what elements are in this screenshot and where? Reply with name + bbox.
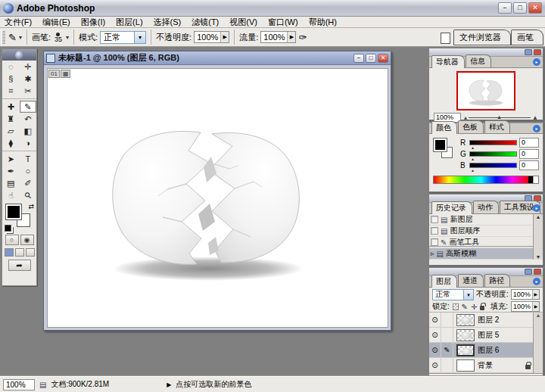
layer-thumbnail[interactable] — [456, 314, 475, 326]
channel-g-value[interactable]: 0 — [519, 149, 539, 159]
layers-scrollbar[interactable]: ▲ — [533, 313, 543, 373]
menu-edit[interactable]: 编辑(E) — [42, 17, 70, 28]
layers-opacity-field[interactable]: 100% ▶ — [511, 289, 540, 300]
status-doc-info[interactable]: 文档:900K/2.81M — [51, 379, 109, 390]
airbrush-icon[interactable]: ✑ — [298, 32, 307, 43]
default-colors-icon[interactable] — [5, 225, 11, 232]
layer-name[interactable]: 背景 — [478, 360, 525, 371]
history-source-well[interactable] — [431, 238, 438, 246]
history-scrollbar[interactable]: ▲ ▼ — [533, 214, 543, 260]
brush-tool-icon[interactable]: ✎ — [8, 32, 17, 43]
tab-layers[interactable]: 图层 — [431, 275, 457, 288]
menu-file[interactable]: 文件(F) — [5, 17, 32, 28]
tab-color[interactable]: 颜色 — [431, 121, 457, 134]
tab-brushes[interactable]: 画笔 — [511, 30, 543, 45]
lock-paint-icon[interactable]: ✎ — [462, 303, 468, 311]
menu-filter[interactable]: 滤镜(T) — [192, 17, 219, 28]
standard-screen-button[interactable] — [5, 248, 14, 257]
navigator-minimize-button[interactable] — [525, 49, 532, 55]
history-item-selected[interactable]: ▹ ▤ 高斯模糊 — [429, 248, 533, 260]
magic-wand-tool[interactable]: ✱ — [20, 73, 37, 85]
tab-file-browser[interactable]: 文件浏览器 — [453, 30, 511, 45]
fill-arrow[interactable]: ▶ — [532, 302, 539, 311]
swap-colors-icon[interactable]: ⇄ — [28, 203, 34, 210]
zoom-in-icon[interactable]: ▲ — [532, 114, 538, 121]
notes-tool[interactable]: ▤ — [2, 177, 20, 189]
document-titlebar[interactable]: 未标题-1 @ 100% (图层 6, RGB) − □ ✕ — [44, 51, 391, 65]
menu-help[interactable]: 帮助(H) — [309, 17, 337, 28]
clone-stamp-tool[interactable]: ♜ — [2, 113, 20, 125]
history-source-well[interactable] — [431, 216, 438, 223]
doc-close-button[interactable]: ✕ — [378, 54, 388, 63]
brush-picker-arrow[interactable]: ▾ — [66, 34, 69, 41]
standard-mode-button[interactable]: ○ — [5, 235, 19, 245]
crop-tool[interactable]: ⌗ — [2, 85, 20, 97]
link-column[interactable] — [441, 313, 453, 327]
history-brush-tool[interactable]: ↶ — [20, 113, 37, 125]
marquee-tool[interactable]: ◌ — [2, 61, 20, 73]
layers-menu-button[interactable]: ▸ — [533, 278, 540, 285]
toolbox-banner[interactable] — [2, 49, 36, 61]
eyedropper-tool[interactable]: ✐ — [20, 177, 37, 189]
lock-transparency-icon[interactable] — [453, 303, 459, 310]
eye-icon[interactable]: ⊙ — [429, 343, 441, 357]
history-item[interactable]: ▤ 新图层 — [429, 214, 533, 226]
imageready-button[interactable]: ➦ — [8, 260, 31, 271]
layer-name[interactable]: 图层 2 — [478, 315, 532, 325]
layer-thumbnail[interactable] — [456, 359, 475, 372]
path-select-tool[interactable]: ➤ — [2, 153, 20, 165]
channel-r-value[interactable]: 0 — [519, 138, 539, 148]
spectrum-white[interactable] — [533, 176, 538, 183]
tab-paths[interactable]: 路径 — [484, 274, 510, 287]
navigator-proxy-view[interactable] — [456, 71, 515, 110]
lasso-tool[interactable]: § — [2, 73, 20, 85]
eye-icon[interactable]: ⊙ — [429, 358, 441, 372]
spectrum-gradient[interactable] — [434, 176, 528, 183]
gradient-tool[interactable]: ◧ — [20, 125, 37, 137]
fill-field[interactable]: 100% ▶ — [511, 301, 540, 312]
eye-icon[interactable]: ⊙ — [429, 313, 441, 327]
status-zoom-field[interactable]: 100% — [3, 379, 35, 390]
layer-row[interactable]: ⊙ 图层 5 — [429, 328, 543, 343]
slice-tool[interactable]: ✂ — [20, 85, 37, 97]
doc-maximize-button[interactable]: □ — [366, 54, 376, 63]
layers-opacity-arrow[interactable]: ▶ — [532, 290, 539, 299]
channel-b-value[interactable]: 0 — [519, 160, 539, 170]
dodge-tool[interactable]: ◑ — [20, 137, 37, 149]
navigator-menu-button[interactable]: ▸ — [533, 58, 540, 66]
canvas[interactable]: 01 ▦ — [47, 68, 388, 328]
move-tool[interactable]: ✛ — [20, 61, 37, 73]
lock-all-icon[interactable] — [480, 306, 484, 310]
tab-channels[interactable]: 通道 — [458, 274, 484, 287]
options-grip[interactable] — [2, 30, 5, 44]
tool-preset-arrow[interactable]: ▾ — [19, 34, 22, 41]
flow-field[interactable]: 100% ▶ — [260, 31, 296, 43]
foreground-color-swatch[interactable] — [6, 204, 21, 219]
channel-b-slider[interactable]: ▴ — [469, 163, 517, 168]
channel-b-thumb[interactable]: ▴ — [472, 167, 474, 173]
hand-tool[interactable]: ☝ — [2, 189, 20, 201]
navigator-close-button[interactable] — [534, 49, 541, 55]
channel-g-thumb[interactable]: ▴ — [472, 156, 474, 161]
layer-row-background[interactable]: ⊙ 背景 — [429, 358, 543, 373]
history-item[interactable]: ✎ 画笔工具 — [429, 237, 533, 248]
history-menu-button[interactable]: ▸ — [533, 204, 540, 212]
opacity-field[interactable]: 100% ▶ — [194, 31, 229, 43]
pen-tool[interactable]: ✒ — [2, 165, 20, 177]
eraser-tool[interactable]: ▱ — [2, 125, 20, 137]
layer-thumbnail[interactable] — [456, 329, 475, 341]
opacity-slider-arrow[interactable]: ▶ — [220, 32, 229, 42]
tab-actions[interactable]: 动作 — [473, 201, 499, 213]
menu-window[interactable]: 窗口(W) — [268, 17, 298, 28]
tab-swatches[interactable]: 色板 — [458, 120, 484, 133]
tab-navigator[interactable]: 导航器 — [431, 55, 465, 68]
brush-preset-picker[interactable]: 35 — [53, 33, 64, 42]
layer-thumbnail[interactable] — [456, 344, 475, 356]
channel-g-slider[interactable]: ▴ — [469, 151, 517, 157]
flow-slider-arrow[interactable]: ▶ — [287, 32, 295, 42]
brush-tool-selected[interactable]: ✎ — [20, 101, 37, 113]
layers-close-button[interactable] — [534, 269, 541, 275]
link-column[interactable] — [441, 358, 453, 372]
maximize-button[interactable]: □ — [513, 2, 527, 14]
channel-r-slider[interactable]: ▴ — [469, 140, 517, 145]
